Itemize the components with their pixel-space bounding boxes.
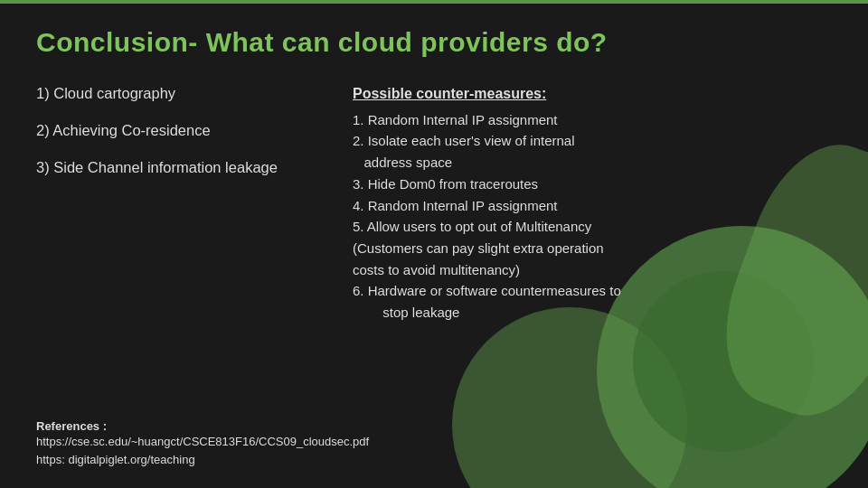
counter-measures-body: 1. Random Internal IP assignment 2. Isol… bbox=[353, 109, 832, 324]
references-block: References : https://cse.sc.edu/~huangct… bbox=[36, 419, 369, 468]
slide-content: Conclusion- What can cloud providers do?… bbox=[0, 0, 868, 342]
references-link-2: https: digitalpiglet.org/teaching bbox=[36, 451, 369, 469]
list-item-3: 3) Side Channel information leakage bbox=[36, 157, 326, 178]
left-column: 1) Cloud cartography 2) Achieving Co-res… bbox=[36, 83, 326, 324]
list-item-2: 2) Achieving Co-residence bbox=[36, 120, 326, 141]
list-item-1: 1) Cloud cartography bbox=[36, 83, 326, 104]
references-link-1: https://cse.sc.edu/~huangct/CSCE813F16/C… bbox=[36, 433, 369, 451]
slide: Conclusion- What can cloud providers do?… bbox=[0, 0, 868, 488]
right-column: Possible counter-measures: 1. Random Int… bbox=[353, 83, 832, 324]
references-label: References : bbox=[36, 419, 369, 433]
counter-measures-title: Possible counter-measures: bbox=[353, 83, 832, 106]
slide-title: Conclusion- What can cloud providers do? bbox=[36, 27, 832, 58]
main-layout: 1) Cloud cartography 2) Achieving Co-res… bbox=[36, 83, 832, 324]
